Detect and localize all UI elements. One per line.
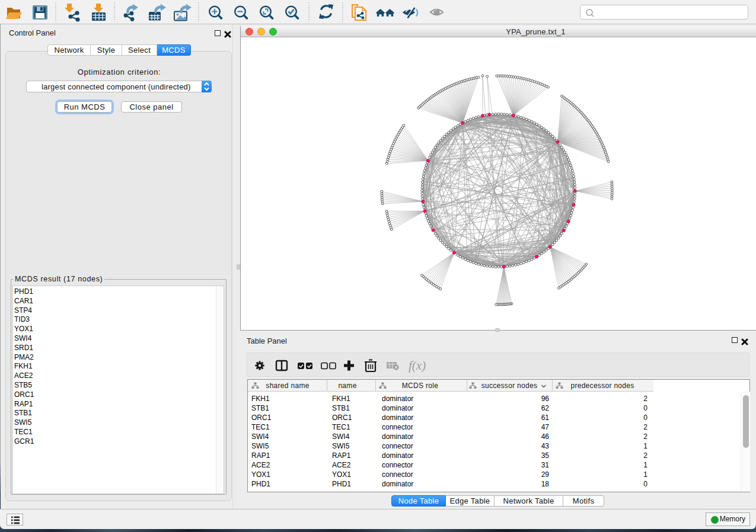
svg-text:f(x): f(x) xyxy=(409,358,426,373)
